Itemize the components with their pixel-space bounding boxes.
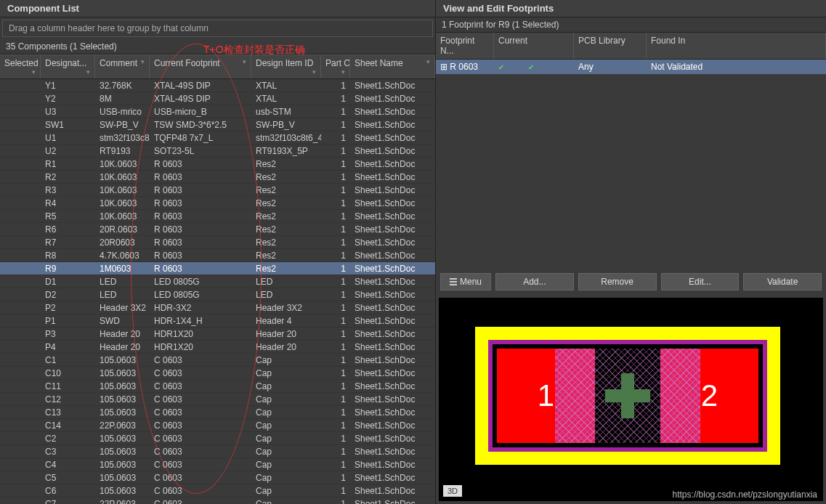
table-row[interactable]: R410K.0603R 0603Res21Sheet1.SchDoc: [0, 197, 435, 210]
footprint-row[interactable]: ⊞ R 0603 ✔ ✔ Any Not Validated: [436, 60, 826, 74]
footprint-viewer[interactable]: 1 2 3D: [439, 298, 823, 501]
table-row[interactable]: P1SWDHDR-1X4_HHeader 41Sheet1.SchDoc: [0, 314, 435, 328]
group-by-bar[interactable]: Drag a column header here to group by th…: [2, 20, 433, 37]
table-row[interactable]: C12105.0603C 0603Cap1Sheet1.SchDoc: [0, 393, 435, 406]
filter-icon[interactable]: ▾: [341, 68, 345, 76]
footprint-columns: Footprint N... Current PCB Library Found…: [436, 33, 826, 60]
table-row[interactable]: C13105.0603C 0603Cap1Sheet1.SchDoc: [0, 406, 435, 419]
table-row[interactable]: C1422P.0603C 0603Cap1Sheet1.SchDoc: [0, 419, 435, 432]
table-row[interactable]: C4105.0603C 0603Cap1Sheet1.SchDoc: [0, 458, 435, 471]
pcb-body: 1 2: [493, 344, 763, 447]
filter-icon[interactable]: ▾: [426, 58, 430, 65]
add-button[interactable]: Add...: [495, 273, 574, 290]
col-fp-found[interactable]: Found In: [647, 33, 826, 59]
table-row[interactable]: C10105.0603C 0603Cap1Sheet1.SchDoc: [0, 367, 435, 380]
table-row[interactable]: C1105.0603C 0603Cap1Sheet1.SchDoc: [0, 354, 435, 367]
table-row[interactable]: Y132.768KXTAL-49S DIPXTAL1Sheet1.SchDoc: [0, 79, 435, 92]
check-icon: ✔: [528, 63, 534, 71]
col-part-count[interactable]: Part C...▾: [321, 55, 350, 78]
table-row[interactable]: R110K.0603R 0603Res21Sheet1.SchDoc: [0, 158, 435, 171]
view-3d-button[interactable]: 3D: [443, 485, 462, 497]
footprint-title: View and Edit Footprints: [436, 0, 826, 17]
table-row[interactable]: R310K.0603R 0603Res21Sheet1.SchDoc: [0, 184, 435, 197]
table-row[interactable]: C2105.0603C 0603Cap1Sheet1.SchDoc: [0, 432, 435, 445]
footprint-status: 1 Footprint for R9 (1 Selected): [436, 17, 826, 33]
table-row[interactable]: U2RT9193SOT23-5LRT9193X_5P1Sheet1.SchDoc: [0, 145, 435, 158]
col-sheet-name[interactable]: Sheet Name▾: [350, 55, 435, 78]
col-fp-name[interactable]: Footprint N...: [436, 33, 494, 59]
filter-icon[interactable]: ▾: [86, 68, 90, 76]
footprint-icon: ⊞: [440, 62, 448, 72]
pad-1[interactable]: 1: [497, 349, 595, 443]
table-row[interactable]: C11105.0603C 0603Cap1Sheet1.SchDoc: [0, 380, 435, 393]
table-row[interactable]: C5105.0603C 0603Cap1Sheet1.SchDoc: [0, 471, 435, 484]
pad-number: 2: [701, 378, 718, 413]
menu-icon: [450, 278, 457, 285]
col-fp-current[interactable]: Current: [494, 33, 574, 59]
col-selected[interactable]: Selected▾: [0, 55, 41, 78]
col-designator[interactable]: Designat...▾: [41, 55, 95, 78]
table-row[interactable]: D1LEDLED 0805GLED1Sheet1.SchDoc: [0, 275, 435, 288]
fp-found: Not Validated: [647, 62, 826, 72]
fp-library: Any: [574, 62, 647, 72]
edit-button[interactable]: Edit...: [661, 273, 740, 290]
col-design-item[interactable]: Design Item ID▾: [251, 55, 321, 78]
col-footprint[interactable]: Current Footprint▾: [150, 55, 251, 78]
table-row[interactable]: SW1SW-PB_VTSW SMD-3*6*2.5SW-PB_V1Sheet1.…: [0, 118, 435, 131]
pad-paste: [555, 349, 595, 443]
pcb-courtyard: 1 2: [488, 340, 767, 452]
table-row[interactable]: R210K.0603R 0603Res21Sheet1.SchDoc: [0, 171, 435, 184]
filter-icon[interactable]: ▾: [243, 58, 246, 65]
filter-icon[interactable]: ▾: [312, 68, 316, 76]
component-list-panel: Component List Drag a column header here…: [0, 0, 436, 504]
table-row[interactable]: C722P.0603C 0603Cap1Sheet1.SchDoc: [0, 497, 435, 504]
remove-button[interactable]: Remove: [578, 273, 657, 290]
table-row[interactable]: R510K.0603R 0603Res21Sheet1.SchDoc: [0, 210, 435, 223]
table-row[interactable]: R620R.0603R 0603Res21Sheet1.SchDoc: [0, 223, 435, 236]
column-headers: Selected▾ Designat...▾ Comment▾ Current …: [0, 54, 435, 79]
watermark: https://blog.csdn.net/pzslongyutianxia: [673, 489, 817, 500]
spacer: [436, 74, 826, 269]
footprint-panel: View and Edit Footprints 1 Footprint for…: [436, 0, 826, 504]
filter-icon[interactable]: ▾: [32, 68, 36, 76]
table-row[interactable]: U3USB-mricoUSB-micro_Busb-STM1Sheet1.Sch…: [0, 105, 435, 118]
table-row[interactable]: P2Header 3X2HDR-3X2Header 3X21Sheet1.Sch…: [0, 301, 435, 314]
menu-button[interactable]: Menu: [440, 273, 491, 290]
pad-2[interactable]: 2: [660, 349, 758, 443]
table-row[interactable]: R84.7K.0603R 0603Res21Sheet1.SchDoc: [0, 249, 435, 262]
filter-icon[interactable]: ▾: [141, 58, 145, 65]
table-row[interactable]: P3Header 20HDR1X20Header 201Sheet1.SchDo…: [0, 328, 435, 341]
selection-status: 35 Components (1 Selected): [0, 39, 435, 54]
table-row[interactable]: U1stm32f103c8TQFP48 7x7_Lstm32f103c8t6_4…: [0, 131, 435, 145]
table-row[interactable]: R720R0603R 0603Res21Sheet1.SchDoc: [0, 236, 435, 249]
pad-paste: [660, 349, 700, 443]
component-rows[interactable]: Y132.768KXTAL-49S DIPXTAL1Sheet1.SchDocY…: [0, 79, 435, 504]
table-row[interactable]: C3105.0603C 0603Cap1Sheet1.SchDoc: [0, 445, 435, 458]
component-list-title: Component List: [0, 0, 435, 17]
validate-button[interactable]: Validate: [743, 273, 822, 290]
solder-mask: [595, 349, 660, 443]
col-fp-library[interactable]: PCB Library: [574, 33, 647, 59]
table-row[interactable]: D2LEDLED 0805GLED1Sheet1.SchDoc: [0, 288, 435, 301]
table-row[interactable]: P4Header 20HDR1X20Header 201Sheet1.SchDo…: [0, 341, 435, 354]
pad-number: 1: [538, 378, 554, 413]
table-row[interactable]: Y28MXTAL-49S DIPXTAL1Sheet1.SchDoc: [0, 92, 435, 105]
button-row: Menu Add... Remove Edit... Validate: [436, 269, 826, 295]
check-icon: ✔: [498, 63, 504, 71]
col-comment[interactable]: Comment▾: [95, 55, 150, 78]
pcb-keepout: 1 2: [475, 327, 780, 465]
table-row[interactable]: C6105.0603C 0603Cap1Sheet1.SchDoc: [0, 484, 435, 497]
table-row[interactable]: R91M0603R 0603Res21Sheet1.SchDoc: [0, 262, 435, 275]
fp-name: R 0603: [450, 62, 478, 72]
